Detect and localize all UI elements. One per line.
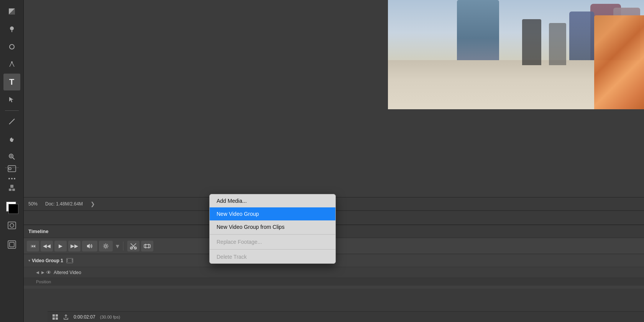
color-swatches[interactable] <box>5 200 19 215</box>
fps-display: (30.00 fps) <box>100 315 120 319</box>
svg-rect-40 <box>53 317 55 320</box>
layer-mask-btn[interactable] <box>3 217 20 234</box>
ctrl-separator <box>123 242 123 251</box>
brush-tool-btn[interactable] <box>3 21 20 38</box>
bg-figure-1 <box>522 19 541 65</box>
svg-rect-41 <box>56 317 58 320</box>
svg-point-21 <box>10 223 14 227</box>
share-icon[interactable] <box>63 314 69 320</box>
video-group-name: Video Group 1 <box>32 258 63 263</box>
svg-rect-22 <box>8 241 16 248</box>
svg-point-5 <box>11 61 13 63</box>
svg-point-25 <box>105 245 107 247</box>
svg-rect-15 <box>8 166 16 172</box>
track-expand-icon[interactable]: ▾ <box>28 258 30 263</box>
grid-icon[interactable] <box>52 314 58 320</box>
crowd-scene <box>388 0 644 109</box>
film-icon <box>66 258 73 263</box>
menu-delete-track: Delete Track <box>210 250 335 263</box>
svg-rect-30 <box>144 245 150 248</box>
menu-replace-footage: Replace Footage... <box>210 235 335 248</box>
bg-figure-2 <box>549 23 566 65</box>
altered-video-row: ◀ ▶ 👁 Altered Video <box>24 267 644 278</box>
position-label: Position <box>36 279 51 284</box>
path-select-tool-btn[interactable] <box>3 91 20 108</box>
arrange-btn[interactable] <box>3 179 20 196</box>
svg-rect-17 <box>9 189 12 191</box>
pen-tool-btn[interactable] <box>3 56 20 73</box>
timeline-title: Timeline <box>28 228 49 234</box>
settings-arrow: ▾ <box>116 242 119 250</box>
figure-2 <box>569 12 594 65</box>
hand-tool-btn[interactable] <box>3 131 20 148</box>
video-preview <box>388 0 644 109</box>
svg-rect-3 <box>12 30 12 32</box>
first-frame-btn[interactable]: ⏮ <box>27 241 39 251</box>
altered-video-name: Altered Video <box>54 270 81 275</box>
svg-rect-35 <box>67 261 68 261</box>
svg-rect-7 <box>10 138 11 141</box>
next-frame-btn[interactable]: ▶▶ <box>68 241 80 251</box>
gradient-tool-btn[interactable] <box>3 3 20 20</box>
svg-rect-19 <box>10 185 13 188</box>
scene-bg <box>388 0 644 109</box>
svg-point-4 <box>10 44 14 49</box>
background-color[interactable] <box>8 204 18 214</box>
trim-btn[interactable] <box>141 241 153 251</box>
bottom-tools <box>0 160 24 253</box>
cut-btn[interactable] <box>127 241 140 251</box>
line-tool-btn[interactable] <box>3 113 20 130</box>
text-tool-btn[interactable]: T <box>3 74 20 90</box>
svg-rect-20 <box>8 222 16 229</box>
text-tool-icon: T <box>9 77 14 87</box>
doc-info: Doc: 1.48M/2.64M <box>45 201 83 207</box>
svg-rect-34 <box>67 259 68 260</box>
play-btn[interactable]: ▶ <box>54 241 67 251</box>
menu-separator-2 <box>210 249 335 250</box>
layer-comp-btn[interactable] <box>3 160 20 177</box>
smudge-tool-btn[interactable] <box>3 38 20 55</box>
menu-new-video-group-from-clips[interactable]: New Video Group from Clips <box>210 220 335 233</box>
svg-rect-37 <box>72 261 73 261</box>
menu-separator-1 <box>210 234 335 235</box>
svg-rect-18 <box>12 189 15 191</box>
status-arrow[interactable]: ❯ <box>90 201 95 207</box>
bottom-bar: 0:00:02:07 (30.00 fps) <box>48 311 644 322</box>
menu-new-video-group[interactable]: New Video Group <box>210 207 335 220</box>
eye-icon[interactable]: 👁 <box>46 269 51 276</box>
context-menu: Add Media... New Video Group New Video G… <box>209 194 336 264</box>
svg-marker-24 <box>87 244 90 248</box>
canvas-area <box>24 0 644 211</box>
menu-add-media[interactable]: Add Media... <box>210 194 335 207</box>
svg-rect-23 <box>10 242 14 247</box>
settings-btn[interactable] <box>99 241 113 251</box>
left-toolbar: T <box>0 0 24 322</box>
svg-rect-39 <box>56 314 58 317</box>
svg-rect-38 <box>53 314 55 317</box>
svg-point-16 <box>9 168 11 170</box>
zoom-level: 50% <box>28 201 38 207</box>
right-figure <box>594 15 644 109</box>
sub-track-right-arrow[interactable]: ▶ <box>41 270 44 274</box>
prev-frame-btn[interactable]: ◀◀ <box>41 241 53 251</box>
svg-line-9 <box>13 158 15 159</box>
time-display: 0:00:02:07 <box>74 314 95 320</box>
toolbar-separator-1 <box>5 110 19 111</box>
sub-track-left-arrow[interactable]: ◀ <box>36 270 39 274</box>
svg-point-2 <box>10 26 14 30</box>
svg-line-6 <box>9 119 15 124</box>
position-row: Position <box>24 278 644 286</box>
svg-rect-36 <box>72 259 73 260</box>
audio-btn[interactable] <box>82 241 97 251</box>
frame-btn[interactable] <box>3 236 20 253</box>
